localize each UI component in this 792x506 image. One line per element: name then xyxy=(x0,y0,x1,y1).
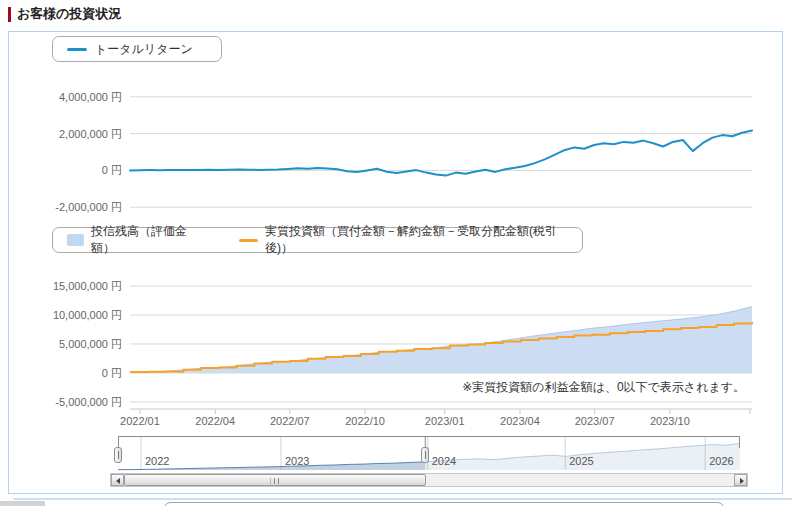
scrollbar-right-arrow-button[interactable] xyxy=(734,474,747,486)
scrollbar-thumb[interactable] xyxy=(124,474,426,486)
navigator-year-label: 2026 xyxy=(709,455,733,467)
navigator-year-label: 2022 xyxy=(145,455,169,467)
navigator-year-label: 2025 xyxy=(569,455,593,467)
y-axis-label: 4,000,000 円 xyxy=(28,90,122,105)
legend-item-invested[interactable]: 実質投資額（買付金額－解約金額－受取分配金額(税引後)） xyxy=(239,223,568,257)
x-axis-label: 2023/01 xyxy=(410,415,480,427)
x-axis-label: 2022/04 xyxy=(180,415,250,427)
legend-balance-label: 投信残高（評価金額） xyxy=(91,223,204,257)
y-axis-label: -5,000,000 円 xyxy=(28,395,122,410)
legend-invested-label: 実質投資額（買付金額－解約金額－受取分配金額(税引後)） xyxy=(265,223,568,257)
navigator-handle-left[interactable] xyxy=(114,447,122,463)
navigator-scrollbar[interactable] xyxy=(110,473,748,487)
next-section-top-border xyxy=(13,498,792,500)
navigator-handle-right[interactable] xyxy=(421,447,429,463)
x-axis-label: 2022/01 xyxy=(105,415,175,427)
page-title: お客様の投資状況 xyxy=(17,5,122,23)
legend-balance-invested: 投信残高（評価金額） 実質投資額（買付金額－解約金額－受取分配金額(税引後)） xyxy=(52,227,583,253)
x-axis-label: 2023/04 xyxy=(485,415,555,427)
scrollbar-grip-icon xyxy=(271,478,280,484)
x-axis-label: 2023/10 xyxy=(635,415,705,427)
navigator-year-label: 2023 xyxy=(285,455,309,467)
y-axis-label: 0 円 xyxy=(28,366,122,381)
range-navigator-chart[interactable] xyxy=(118,436,740,470)
x-axis-label: 2023/07 xyxy=(560,415,630,427)
legend-total-return[interactable]: トータルリターン xyxy=(52,36,222,62)
y-axis-label: 2,000,000 円 xyxy=(28,127,122,142)
section-accent-bar xyxy=(8,7,11,22)
x-axis-label: 2022/07 xyxy=(255,415,325,427)
scrollbar-left-arrow-button[interactable] xyxy=(111,474,124,486)
y-axis-label: 0 円 xyxy=(28,163,122,178)
x-axis-label: 2022/10 xyxy=(330,415,400,427)
y-axis-label: 10,000,000 円 xyxy=(28,308,122,323)
legend-item-balance[interactable]: 投信残高（評価金額） xyxy=(67,223,204,257)
profit-note: ※実質投資額の利益金額は、0以下で表示されます。 xyxy=(462,379,745,396)
invested-line-marker xyxy=(239,239,258,242)
y-axis-label: 5,000,000 円 xyxy=(28,337,122,352)
right-arrow-icon xyxy=(740,478,744,484)
navigator-year-label: 2024 xyxy=(432,455,456,467)
y-axis-label: 15,000,000 円 xyxy=(28,279,122,294)
total-return-chart[interactable] xyxy=(130,82,752,222)
legend-total-return-label: トータルリターン xyxy=(95,41,193,58)
next-section-legend-box xyxy=(163,502,725,506)
balance-area-marker xyxy=(67,234,84,246)
y-axis-label: -2,000,000 円 xyxy=(28,200,122,215)
total-return-line-marker xyxy=(67,48,87,51)
left-arrow-icon xyxy=(116,478,120,484)
next-section-gray-block xyxy=(0,501,45,506)
